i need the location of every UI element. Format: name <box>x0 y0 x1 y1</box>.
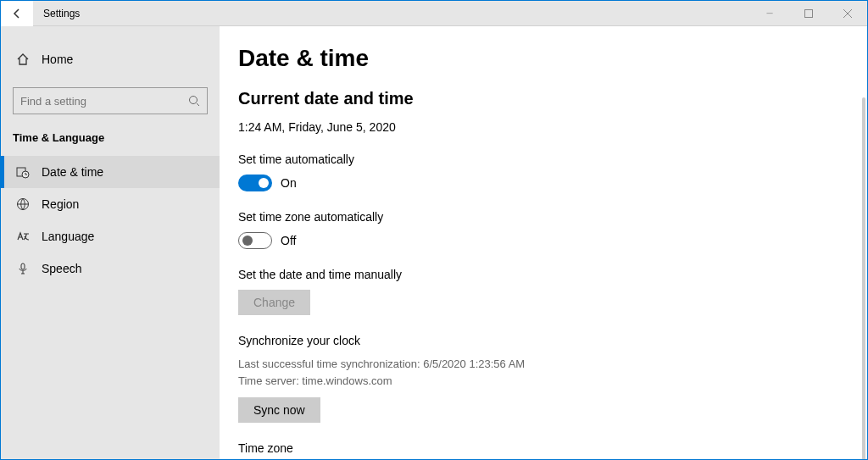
auto-tz-state: Off <box>281 234 296 247</box>
auto-time-label: Set time automatically <box>238 152 679 166</box>
timezone-label: Time zone <box>238 441 679 455</box>
main-content: Date & time Current date and time 1:24 A… <box>220 26 867 459</box>
sidebar-home[interactable]: Home <box>1 43 220 75</box>
change-button[interactable]: Change <box>238 290 310 315</box>
auto-tz-toggle[interactable] <box>238 232 272 249</box>
auto-time-toggle[interactable] <box>238 175 272 191</box>
maximize-button[interactable] <box>789 1 828 26</box>
arrow-left-icon <box>11 8 23 19</box>
sidebar-item-label: Region <box>42 197 79 211</box>
title-bar: Settings ─ <box>1 1 867 26</box>
sync-now-button[interactable]: Sync now <box>238 397 320 423</box>
page-title: Date & time <box>238 45 679 72</box>
globe-icon <box>16 197 30 211</box>
home-icon <box>16 53 30 66</box>
search-icon <box>188 95 200 107</box>
sidebar-category: Time & Language <box>1 126 220 156</box>
scrollbar[interactable] <box>862 97 865 459</box>
sidebar-item-region[interactable]: Region <box>1 188 220 220</box>
svg-rect-5 <box>21 263 25 269</box>
sidebar-home-label: Home <box>42 53 73 66</box>
sidebar-item-label: Language <box>42 230 94 243</box>
sidebar-item-language[interactable]: Language <box>1 220 220 252</box>
svg-point-1 <box>190 97 198 104</box>
svg-rect-0 <box>805 9 813 17</box>
sync-heading: Synchronize your clock <box>238 334 679 347</box>
back-button[interactable] <box>1 1 33 26</box>
sidebar-item-date-time[interactable]: Date & time <box>1 156 220 188</box>
window-title: Settings <box>33 8 80 19</box>
search-box[interactable] <box>13 87 208 114</box>
search-input[interactable] <box>20 95 173 108</box>
calendar-clock-icon <box>16 165 30 179</box>
sidebar-item-label: Speech <box>42 262 81 275</box>
minimize-button[interactable]: ─ <box>750 1 789 26</box>
manual-label: Set the date and time manually <box>238 268 679 281</box>
close-button[interactable] <box>828 1 867 26</box>
auto-tz-label: Set time zone automatically <box>238 210 679 224</box>
microphone-icon <box>16 262 30 275</box>
current-datetime-value: 1:24 AM, Friday, June 5, 2020 <box>238 120 679 134</box>
sidebar-item-speech[interactable]: Speech <box>1 252 220 285</box>
sidebar: Home Time & Language Date & time Region … <box>1 26 220 459</box>
auto-time-state: On <box>281 176 297 190</box>
sync-last: Last successful time synchronization: 6/… <box>238 356 679 373</box>
language-icon <box>16 230 30 243</box>
current-datetime-heading: Current date and time <box>238 89 679 108</box>
sidebar-item-label: Date & time <box>42 165 103 179</box>
sync-server: Time server: time.windows.com <box>238 373 679 390</box>
